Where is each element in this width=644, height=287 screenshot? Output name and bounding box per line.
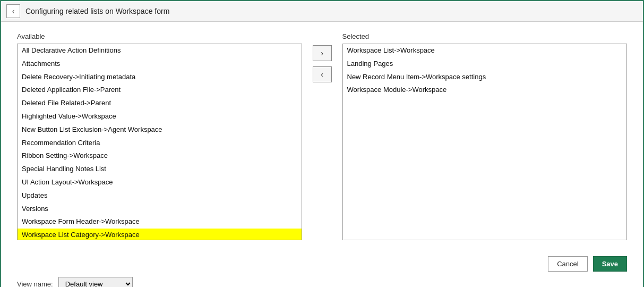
list-item[interactable]: New Button List Exclusion->Agent Workspa… xyxy=(18,123,302,137)
list-item[interactable]: Ribbon Setting->Workspace xyxy=(18,149,302,163)
list-item[interactable]: Delete Recovery->Initiating metadata xyxy=(18,71,302,84)
cancel-button[interactable]: Cancel xyxy=(548,256,587,272)
list-item[interactable]: Deleted File Related->Parent xyxy=(18,97,302,110)
lists-container: Available All Declarative Action Definit… xyxy=(17,32,627,240)
list-item[interactable]: UI Action Layout->Workspace xyxy=(18,176,302,189)
available-list[interactable]: All Declarative Action DefinitionsAttach… xyxy=(17,44,302,240)
list-item[interactable]: Deleted Application File->Parent xyxy=(18,83,302,97)
view-name-select[interactable]: Default view Custom view xyxy=(58,277,133,287)
list-item[interactable]: All Declarative Action Definitions xyxy=(18,44,302,57)
back-button[interactable]: ‹ xyxy=(6,4,20,18)
view-name-label: View name: xyxy=(17,280,53,287)
list-item[interactable]: New Record Menu Item->Workspace settings xyxy=(343,71,627,84)
list-item[interactable]: Special Handling Notes List xyxy=(18,163,302,176)
list-item[interactable]: Workspace Form Header->Workspace xyxy=(18,215,302,229)
available-panel: Available All Declarative Action Definit… xyxy=(17,32,302,240)
dialog-body: Available All Declarative Action Definit… xyxy=(1,22,643,251)
list-item[interactable]: Recommendation Criteria xyxy=(18,137,302,150)
selected-label: Selected xyxy=(342,32,628,40)
list-item[interactable]: Updates xyxy=(18,189,302,202)
remove-button[interactable]: ‹ xyxy=(313,66,332,82)
save-button[interactable]: Save xyxy=(593,256,627,272)
list-item[interactable]: Workspace List Category->Workspace xyxy=(18,229,302,240)
transfer-buttons: › ‹ xyxy=(302,45,342,82)
list-item[interactable]: Highlighted Value->Workspace xyxy=(18,110,302,123)
list-item[interactable]: Workspace Module->Workspace xyxy=(343,83,627,97)
dialog: ‹ Configuring related lists on Workspace… xyxy=(0,0,644,287)
dialog-footer: Cancel Save xyxy=(1,251,643,277)
dialog-header: ‹ Configuring related lists on Workspace… xyxy=(1,1,643,22)
add-button[interactable]: › xyxy=(313,45,332,61)
dialog-title: Configuring related lists on Workspace f… xyxy=(25,7,169,15)
list-item[interactable]: Workspace List->Workspace xyxy=(343,44,627,57)
list-item[interactable]: Landing Pages xyxy=(343,57,627,71)
selected-panel: Selected Workspace List->WorkspaceLandin… xyxy=(342,32,628,240)
available-label: Available xyxy=(17,32,302,40)
list-item[interactable]: Attachments xyxy=(18,57,302,71)
list-item[interactable]: Versions xyxy=(18,202,302,216)
selected-list[interactable]: Workspace List->WorkspaceLanding PagesNe… xyxy=(342,44,628,240)
